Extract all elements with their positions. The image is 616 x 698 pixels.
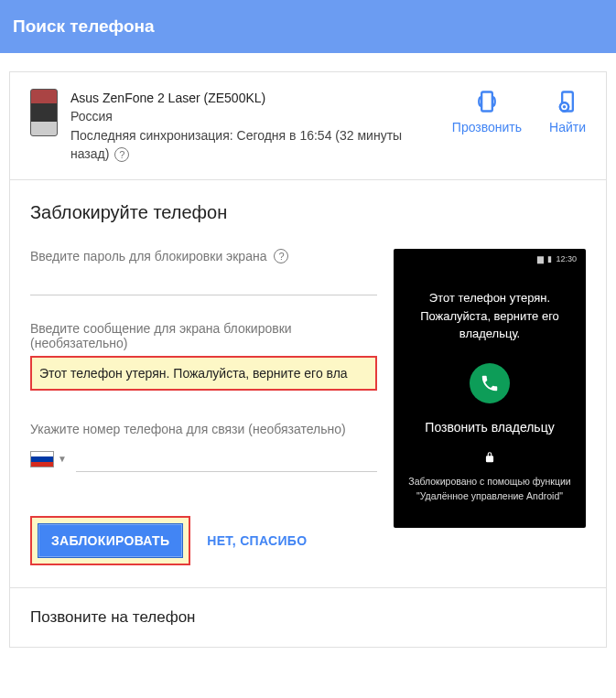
lock-preview: ▆ ▮ 12:30 Этот телефон утерян. Пожалуйст… — [394, 249, 586, 565]
device-section: Asus ZenFone 2 Laser (ZE500KL) Россия По… — [10, 72, 606, 180]
main-card: Asus ZenFone 2 Laser (ZE500KL) Россия По… — [9, 71, 607, 648]
help-icon[interactable]: ? — [274, 249, 288, 263]
preview-time: 12:30 — [556, 254, 577, 263]
help-icon[interactable]: ? — [114, 147, 129, 162]
service-label: "Удалённое управление Android" — [416, 489, 563, 504]
button-row: ЗАБЛОКИРОВАТЬ НЕТ, СПАСИБО — [30, 516, 377, 565]
password-input[interactable] — [30, 269, 377, 295]
battery-icon: ▮ — [547, 254, 552, 263]
message-highlight — [30, 356, 377, 391]
ring-icon — [474, 89, 500, 114]
chevron-down-icon[interactable]: ▼ — [58, 454, 67, 464]
device-sync: Последняя синхронизация: Сегодня в 16:54… — [70, 126, 441, 164]
ring-section-title: Позвоните на телефон — [30, 608, 195, 626]
preview-statusbar: ▆ ▮ 12:30 — [403, 254, 577, 263]
ring-action[interactable]: Прозвонить — [452, 89, 522, 134]
device-actions: Прозвонить Найти — [452, 89, 586, 163]
ring-section[interactable]: Позвоните на телефон — [10, 588, 606, 647]
call-owner-label: Позвонить владельцу — [425, 420, 554, 435]
lock-button[interactable]: ЗАБЛОКИРОВАТЬ — [38, 523, 183, 558]
phone-label: Укажите номер телефона для связи (необяз… — [30, 422, 377, 436]
lock-icon — [483, 451, 496, 467]
phone-preview: ▆ ▮ 12:30 Этот телефон утерян. Пожалуйст… — [394, 249, 586, 528]
device-name: Asus ZenFone 2 Laser (ZE500KL) — [70, 89, 441, 107]
svg-rect-0 — [481, 92, 492, 112]
app-title: Поиск телефона — [13, 16, 155, 37]
lock-title: Заблокируйте телефон — [30, 202, 586, 223]
device-thumbnail — [30, 89, 58, 136]
skip-button[interactable]: НЕТ, СПАСИБО — [207, 533, 307, 548]
message-input[interactable] — [39, 366, 368, 381]
svg-point-4 — [563, 105, 567, 109]
callback-phone-input[interactable] — [76, 446, 377, 472]
find-action[interactable]: Найти — [549, 89, 586, 134]
phone-row: ▼ — [30, 446, 377, 472]
lock-section: Заблокируйте телефон Введите пароль для … — [10, 180, 606, 588]
call-button — [470, 363, 510, 403]
signal-icon: ▆ — [537, 254, 544, 263]
password-label: Введите пароль для блокировки экрана ? — [30, 249, 377, 263]
lock-form: Введите пароль для блокировки экрана ? В… — [30, 249, 394, 565]
phone-icon — [480, 373, 500, 393]
device-location: Россия — [70, 107, 441, 125]
device-info: Asus ZenFone 2 Laser (ZE500KL) Россия По… — [70, 89, 441, 163]
locked-via-label: Заблокировано с помощью функции — [408, 474, 570, 489]
lock-button-highlight: ЗАБЛОКИРОВАТЬ — [30, 516, 190, 565]
preview-message: Этот телефон утерян. Пожалуйста, верните… — [403, 289, 577, 343]
flag-russia-icon[interactable] — [30, 451, 54, 467]
app-header: Поиск телефона — [0, 0, 616, 53]
message-label: Введите сообщение для экрана блокировки … — [30, 321, 377, 350]
find-icon — [555, 89, 580, 114]
